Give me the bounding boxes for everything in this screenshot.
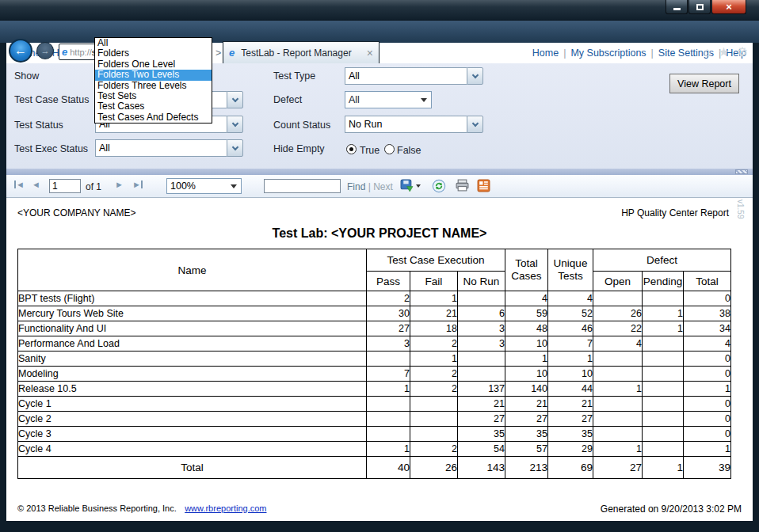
hide-empty-false-radio[interactable] bbox=[384, 144, 395, 154]
parameter-splitter[interactable] bbox=[6, 169, 753, 175]
chevron-down-icon[interactable] bbox=[467, 116, 483, 133]
report-title: Test Lab: <YOUR PROJECT NAME> bbox=[6, 226, 753, 241]
dropdown-option[interactable]: Folders Three Levels bbox=[95, 81, 212, 91]
generated-timestamp: Generated on 9/20/2013 3:02 PM bbox=[601, 504, 742, 515]
maximize-button[interactable] bbox=[688, 0, 711, 14]
chevron-down-icon bbox=[231, 184, 237, 188]
company-name: <YOUR COMPANY NAME> bbox=[17, 207, 136, 218]
hide-empty-true-label[interactable]: True bbox=[360, 145, 380, 156]
refresh-report-button[interactable] bbox=[432, 179, 446, 193]
table-row: Release 10.5121371404411 bbox=[18, 382, 731, 397]
dropdown-option-selected[interactable]: Folders Two Levels bbox=[95, 70, 212, 80]
table-row: Sanity1110 bbox=[18, 352, 731, 367]
report-toolbar: ◄ ◄ of 1 ► ► 100% Find | Next bbox=[6, 175, 753, 198]
chevron-down-icon[interactable] bbox=[467, 67, 483, 85]
home-link[interactable]: Home bbox=[532, 48, 559, 59]
col-header-total-cases: Total Cases bbox=[505, 249, 548, 291]
page-number-input[interactable] bbox=[49, 179, 81, 193]
dropdown-option[interactable]: Folders bbox=[95, 48, 212, 59]
close-button[interactable]: × bbox=[711, 0, 746, 14]
minimize-button[interactable] bbox=[666, 0, 688, 14]
back-arrow-icon: ← bbox=[14, 44, 27, 58]
browser-action-icons: ⌂ ★ ⚙ bbox=[704, 42, 748, 63]
next-page-button[interactable]: ► bbox=[115, 180, 124, 189]
refresh-icon bbox=[432, 179, 446, 193]
table-row: Cycle 41254572911 bbox=[18, 442, 731, 457]
col-header-name: Name bbox=[18, 249, 367, 291]
test-type-select[interactable]: All bbox=[345, 67, 483, 85]
defect-select[interactable]: All bbox=[345, 91, 432, 108]
find-next-links: Find | Next bbox=[347, 181, 393, 192]
printer-icon bbox=[456, 179, 469, 192]
back-button[interactable]: ← bbox=[9, 39, 32, 63]
col-group-test-case-execution: Test Case Execution bbox=[367, 249, 505, 272]
dropdown-option[interactable]: Test Cases And Defects bbox=[95, 112, 212, 123]
show-dropdown-list: All Folders Folders One Level Folders Tw… bbox=[94, 37, 212, 124]
dropdown-option[interactable]: Folders One Level bbox=[95, 59, 212, 70]
chevron-down-icon[interactable] bbox=[227, 139, 243, 157]
hide-empty-true-radio[interactable] bbox=[346, 144, 357, 154]
home-icon[interactable]: ⌂ bbox=[704, 42, 711, 63]
count-status-select[interactable]: No Run bbox=[345, 116, 483, 133]
my-subscriptions-link[interactable]: My Subscriptions bbox=[570, 48, 646, 59]
first-page-button[interactable]: ◄ bbox=[14, 180, 25, 189]
dropdown-option[interactable]: All bbox=[95, 38, 212, 48]
col-header-pass: Pass bbox=[367, 272, 410, 291]
col-header-pending: Pending bbox=[643, 272, 684, 291]
page-count-label: of 1 bbox=[86, 181, 101, 192]
zoom-select[interactable]: 100% bbox=[166, 178, 242, 194]
forward-button[interactable]: → bbox=[36, 42, 54, 59]
report-product-label: HP Quality Center Report bbox=[621, 207, 729, 218]
ie-favicon: e bbox=[62, 47, 67, 57]
dropdown-option[interactable]: Test Sets bbox=[95, 91, 212, 101]
defect-label: Defect bbox=[273, 94, 302, 105]
dropdown-option[interactable]: Test Cases bbox=[95, 101, 212, 112]
show-label: Show bbox=[14, 70, 39, 82]
table-row: Cycle 33535350 bbox=[18, 427, 731, 442]
close-icon: × bbox=[726, 1, 732, 13]
tools-gear-icon[interactable]: ⚙ bbox=[737, 42, 748, 63]
export-caret-icon bbox=[416, 184, 421, 188]
export-save-icon bbox=[400, 179, 414, 192]
data-feed-button[interactable] bbox=[477, 179, 490, 192]
forward-arrow-icon: → bbox=[41, 46, 50, 55]
testlab-table: Name Test Case Execution Total Cases Uni… bbox=[17, 249, 731, 479]
minimize-icon bbox=[673, 8, 681, 10]
table-row: BPT tests (Flight)21440 bbox=[18, 291, 731, 306]
hide-empty-false-label[interactable]: False bbox=[397, 145, 421, 156]
find-text-input[interactable] bbox=[264, 179, 341, 193]
export-button[interactable] bbox=[400, 179, 423, 192]
last-page-button[interactable]: ► bbox=[132, 180, 143, 189]
find-link[interactable]: Find bbox=[347, 181, 365, 192]
test-case-status-label: Test Case Status bbox=[14, 94, 90, 105]
prev-page-button[interactable]: ◄ bbox=[32, 180, 40, 189]
table-row: Cycle 22727270 bbox=[18, 412, 731, 427]
table-row: Functionality And UI27183484622134 bbox=[18, 321, 731, 336]
col-header-total: Total bbox=[684, 272, 731, 291]
tab-title: TestLab - Report Manager bbox=[241, 48, 367, 59]
table-row: Modeling7210100 bbox=[18, 367, 731, 382]
next-link[interactable]: Next bbox=[373, 181, 393, 192]
view-report-button[interactable]: View Report bbox=[669, 74, 739, 93]
col-header-fail: Fail bbox=[410, 272, 458, 291]
chevron-down-icon[interactable] bbox=[227, 91, 243, 108]
tab-close-icon[interactable]: × bbox=[367, 48, 373, 59]
window-titlebar: × bbox=[0, 0, 759, 21]
col-group-defect: Defect bbox=[593, 249, 731, 272]
splitter-grip[interactable] bbox=[735, 169, 748, 174]
table-row: Cycle 12121210 bbox=[18, 397, 731, 412]
col-header-open: Open bbox=[593, 272, 643, 291]
data-feed-icon bbox=[477, 179, 490, 192]
hide-empty-label: Hide Empty bbox=[273, 143, 325, 154]
maximize-icon bbox=[696, 4, 704, 10]
favorites-star-icon[interactable]: ★ bbox=[718, 42, 729, 63]
copyright-text: © 2013 Reliable Business Reporting, Inc. bbox=[17, 504, 177, 513]
chevron-down-icon[interactable] bbox=[227, 116, 243, 133]
test-exec-status-label: Test Exec Status bbox=[14, 143, 88, 154]
table-row: Performance And Load32310744 bbox=[18, 336, 731, 352]
print-button[interactable] bbox=[456, 179, 469, 192]
test-exec-status-select[interactable]: All bbox=[95, 139, 243, 157]
window-controls: × bbox=[665, 0, 746, 14]
browser-tab[interactable]: e TestLab - Report Manager × bbox=[223, 41, 380, 63]
rbreporting-link[interactable]: www.rbreporting.com bbox=[185, 504, 266, 513]
